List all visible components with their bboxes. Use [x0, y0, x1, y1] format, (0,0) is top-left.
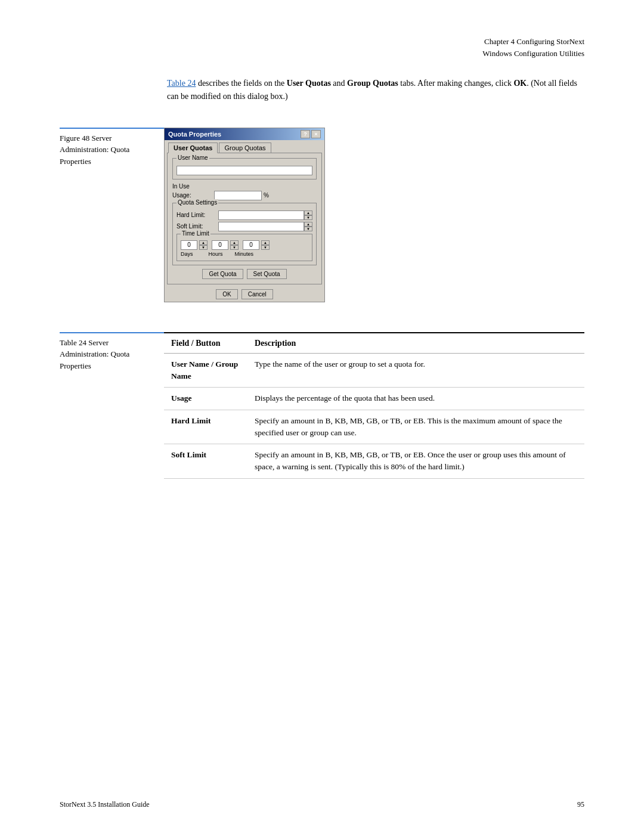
figure-label-line3: Properties: [60, 156, 158, 168]
hours-input[interactable]: [212, 240, 228, 250]
minutes-up[interactable]: ▲: [261, 240, 270, 245]
intro-text-3: tabs. After making changes, click: [398, 79, 514, 88]
usage-suffix: %: [264, 192, 269, 199]
minutes-input[interactable]: [243, 240, 259, 250]
intro-bold-group-quotas: Group Quotas: [347, 79, 398, 88]
soft-limit-input-group: ▲ ▼: [218, 222, 312, 231]
set-quota-button[interactable]: Set Quota: [247, 269, 287, 279]
dialog-close-btn[interactable]: ×: [311, 130, 321, 138]
table-section: Table 24 Server Administration: Quota Pr…: [60, 332, 584, 479]
cancel-button[interactable]: Cancel: [242, 289, 273, 299]
hard-limit-label: Hard Limit:: [177, 212, 218, 218]
get-quota-button[interactable]: Get Quota: [202, 269, 243, 279]
footer-left: StorNext 3.5 Installation Guide: [60, 800, 150, 809]
table-row: User Name / Group Name Type the name of …: [164, 353, 584, 388]
table-label: Table 24 Server Administration: Quota Pr…: [60, 332, 164, 372]
col2-header: Description: [247, 333, 584, 354]
hard-limit-input[interactable]: [218, 210, 304, 220]
in-use-label: In Use: [172, 183, 317, 190]
quota-properties-dialog: Quota Properties ? × User Quotas Group Q…: [164, 128, 325, 302]
intro-bold-ok: OK: [513, 79, 527, 88]
user-name-group-label: User Name: [177, 154, 209, 161]
table-row: Usage Displays the percentage of the quo…: [164, 388, 584, 410]
figure-label: Figure 48 Server Administration: Quota P…: [60, 128, 164, 168]
hours-spinner[interactable]: ▲ ▼: [230, 240, 239, 250]
quota-settings-label: Quota Settings: [177, 199, 218, 206]
dialog-help-btn[interactable]: ?: [301, 130, 310, 138]
hard-limit-row: Hard Limit: ▲ ▼: [177, 210, 312, 220]
hard-limit-spinner[interactable]: ▲ ▼: [304, 210, 312, 220]
chapter-header-line1: Chapter 4 Configuring StorNext: [0, 36, 584, 48]
intro-text-2: and: [331, 79, 347, 88]
ok-button[interactable]: OK: [216, 289, 237, 299]
dialog-body: User Name In Use Usage: % Quot: [167, 153, 322, 284]
table-header-row: Field / Button Description: [164, 333, 584, 354]
desc-hard-limit: Specify an amount in B, KB, MB, GB, or T…: [247, 410, 584, 444]
soft-limit-down[interactable]: ▼: [304, 227, 312, 231]
table-label-line2: Administration: Quota: [60, 348, 158, 360]
time-limit-group: Time Limit ▲ ▼: [177, 234, 312, 261]
page-footer: StorNext 3.5 Installation Guide 95: [60, 800, 584, 809]
chapter-header: Chapter 4 Configuring StorNext Windows C…: [0, 36, 644, 59]
dialog-tabs: User Quotas Group Quotas: [165, 140, 324, 153]
minutes-down[interactable]: ▼: [261, 245, 270, 250]
figure-label-line2: Administration: Quota: [60, 144, 158, 156]
intro-bold-user-quotas: User Quotas: [287, 79, 331, 88]
table-label-line1: Table 24 Server: [60, 337, 158, 349]
hard-limit-down[interactable]: ▼: [304, 215, 312, 220]
tab-group-quotas[interactable]: Group Quotas: [219, 143, 271, 153]
desc-usage: Displays the percentage of the quota tha…: [247, 388, 584, 410]
chapter-header-line2: Windows Configuration Utilities: [0, 48, 584, 60]
field-user-name-group: User Name / Group Name: [164, 353, 247, 388]
minutes-label: Minutes: [235, 251, 254, 257]
footer-right: 95: [577, 800, 584, 809]
dialog-title: Quota Properties: [168, 131, 221, 138]
soft-limit-up[interactable]: ▲: [304, 222, 312, 227]
intro-text-1: describes the fields on the: [196, 79, 286, 88]
user-name-input[interactable]: [177, 166, 312, 175]
desc-user-name-group: Type the name of the user or group to se…: [247, 353, 584, 388]
soft-limit-input[interactable]: [218, 222, 304, 231]
table-row: Soft Limit Specify an amount in B, KB, M…: [164, 444, 584, 479]
field-usage: Usage: [164, 388, 247, 410]
days-down[interactable]: ▼: [199, 245, 208, 250]
time-row: ▲ ▼ ▲ ▼: [181, 240, 308, 250]
col1-header: Field / Button: [164, 333, 247, 354]
table24-link[interactable]: Table 24: [167, 79, 196, 88]
in-use-section: In Use Usage: %: [172, 183, 317, 200]
dialog-titlebar: Quota Properties ? ×: [165, 128, 324, 140]
hard-limit-up[interactable]: ▲: [304, 210, 312, 215]
desc-soft-limit: Specify an amount in B, KB, MB, GB, or T…: [247, 444, 584, 479]
time-limit-label: Time Limit: [181, 230, 210, 237]
time-unit-labels: Days Hours Minutes: [181, 251, 308, 257]
table-row: Hard Limit Specify an amount in B, KB, M…: [164, 410, 584, 444]
table-label-line3: Properties: [60, 360, 158, 372]
usage-label: Usage:: [172, 192, 214, 199]
hours-label: Hours: [209, 251, 223, 257]
field-hard-limit: Hard Limit: [164, 410, 247, 444]
quota-action-buttons: Get Quota Set Quota: [172, 269, 317, 279]
figure-section: Figure 48 Server Administration: Quota P…: [60, 128, 584, 302]
soft-limit-label: Soft Limit:: [177, 223, 218, 230]
intro-paragraph: Table 24 describes the fields on the Use…: [167, 77, 584, 104]
days-label: Days: [181, 251, 193, 257]
hours-up[interactable]: ▲: [230, 240, 239, 245]
minutes-spinner[interactable]: ▲ ▼: [261, 240, 270, 250]
dialog-ok-cancel: OK Cancel: [165, 287, 324, 302]
soft-limit-spinner[interactable]: ▲ ▼: [304, 222, 312, 231]
hard-limit-input-group: ▲ ▼: [218, 210, 312, 220]
quota-settings-group: Quota Settings Hard Limit: ▲ ▼: [172, 203, 317, 265]
usage-input[interactable]: [214, 191, 262, 200]
field-soft-limit: Soft Limit: [164, 444, 247, 479]
days-input[interactable]: [181, 240, 197, 250]
dialog-titlebar-buttons: ? ×: [301, 130, 321, 138]
quota-properties-table: Field / Button Description User Name / G…: [164, 332, 584, 479]
tab-user-quotas[interactable]: User Quotas: [168, 143, 218, 153]
days-up[interactable]: ▲: [199, 240, 208, 245]
hours-down[interactable]: ▼: [230, 245, 239, 250]
figure-label-line1: Figure 48 Server: [60, 132, 158, 144]
user-name-group: User Name: [172, 158, 317, 179]
days-spinner[interactable]: ▲ ▼: [199, 240, 208, 250]
